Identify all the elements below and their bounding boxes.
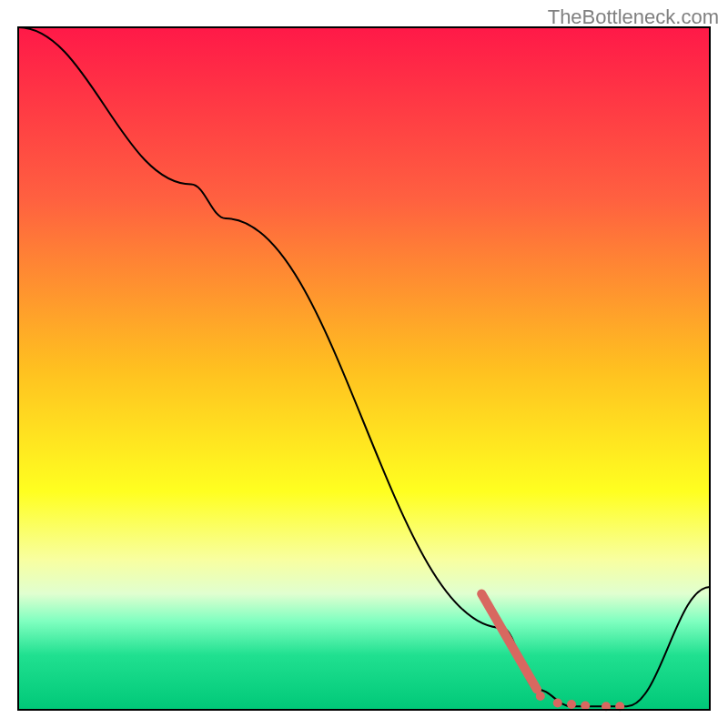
watermark-text: TheBottleneck.com (548, 5, 719, 29)
highlight-dot (567, 700, 576, 709)
chart-container: TheBottleneck.com (0, 0, 728, 728)
highlight-dot (536, 692, 545, 701)
highlight-dot (553, 699, 562, 708)
bottleneck-chart (0, 0, 728, 728)
